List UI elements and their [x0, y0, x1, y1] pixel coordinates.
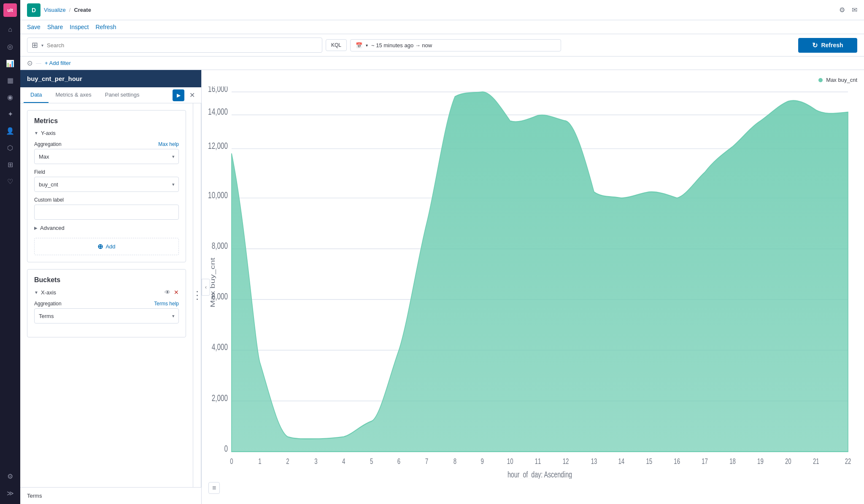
search-dropdown-icon[interactable]: ⊞ [32, 40, 38, 50]
svg-text:13: 13 [591, 456, 597, 465]
close-panel-button[interactable]: ✕ [186, 89, 198, 101]
advanced-chevron: ▶ [34, 226, 38, 230]
buckets-section: Buckets ▼ X-axis 👁 ✕ [27, 269, 186, 337]
add-metric-button[interactable]: ⊕ Add [34, 238, 179, 255]
metrics-title: Metrics [34, 117, 179, 125]
aggregation-label: Aggregation Max help [34, 141, 179, 147]
svg-text:4,000: 4,000 [212, 342, 228, 352]
svg-text:0: 0 [230, 456, 233, 465]
nav-icon-ml[interactable]: ✦ [3, 106, 18, 121]
action-bar: Save Share Inspect Refresh [20, 20, 864, 34]
nav-icon-apm[interactable]: ⬡ [3, 140, 18, 155]
run-button[interactable]: ▶ [173, 89, 184, 101]
nav-icon-security[interactable]: 👤 [3, 123, 18, 138]
nav-icon-discover[interactable]: ◎ [3, 39, 18, 54]
nav-icon-dashboard[interactable]: ▦ [3, 73, 18, 88]
left-navigation: ult ⌂ ◎ 📊 ▦ ◉ ✦ 👤 ⬡ ⊞ ♡ ⚙ ≫ [0, 0, 20, 504]
search-box: ⊞ ▾ [27, 38, 322, 53]
field-row: Field buy_cnt ▾ [34, 169, 179, 192]
dropdown-chevron[interactable]: ▾ [41, 43, 43, 48]
nav-icon-home[interactable]: ⌂ [3, 22, 18, 37]
time-range-selector[interactable]: 📅 ▾ ~ 15 minutes ago → now [350, 39, 561, 51]
yaxis-header[interactable]: ▼ Y-axis [34, 130, 179, 136]
chart-area: Max buy_cnt 0 2,000 4,000 6,000 8,000 10… [202, 70, 864, 504]
panel-tabs: Data Metrics & axes Panel settings ▶ ✕ [20, 87, 201, 103]
inspect-button[interactable]: Inspect [70, 24, 89, 30]
field-select[interactable]: buy_cnt [34, 177, 179, 192]
metrics-section: Metrics ▼ Y-axis Aggregation Max help [27, 110, 186, 262]
chart-bottom-bar: ≡ [208, 479, 857, 497]
svg-text:16: 16 [674, 456, 680, 465]
buckets-aggregation-label: Aggregation Terms help [34, 301, 179, 307]
chart-legend: Max buy_cnt [208, 77, 857, 83]
panel-collapse-handle[interactable]: ‹ [202, 279, 210, 296]
svg-text:22: 22 [845, 456, 851, 465]
chart-options-button[interactable]: ≡ [208, 482, 220, 494]
chart-svg: 0 2,000 4,000 6,000 8,000 10,000 12,000 … [208, 86, 857, 479]
breadcrumb-visualize[interactable]: Visualize [44, 7, 66, 13]
nav-icon-canvas[interactable]: ⊞ [3, 157, 18, 172]
nav-icon-visualize[interactable]: 📊 [3, 56, 18, 71]
add-filter-button[interactable]: + Add filter [45, 60, 71, 66]
svg-text:12,000: 12,000 [208, 140, 228, 151]
svg-text:10,000: 10,000 [208, 190, 228, 200]
advanced-toggle[interactable]: ▶ Advanced [34, 225, 179, 231]
nav-icon-maps[interactable]: ◉ [3, 89, 18, 105]
tab-panel-settings[interactable]: Panel settings [98, 87, 146, 103]
save-button[interactable]: Save [27, 24, 40, 30]
search-input[interactable] [47, 42, 318, 49]
delete-icon[interactable]: ✕ [174, 289, 179, 296]
nav-icon-settings[interactable]: ⚙ [3, 469, 18, 484]
svg-text:Max buy_cnt: Max buy_cnt [210, 258, 217, 307]
aggregation-select-wrapper: Max Min Average Sum Count ▾ [34, 149, 179, 164]
xaxis-header[interactable]: ▼ X-axis [34, 289, 56, 296]
custom-label-row: Custom label [34, 197, 179, 220]
svg-text:2: 2 [286, 456, 289, 465]
advanced-label: Advanced [40, 225, 65, 231]
mail-icon[interactable]: ✉ [852, 6, 857, 14]
user-avatar[interactable]: D [27, 3, 40, 17]
custom-label-input[interactable] [34, 205, 179, 220]
aggregation-help-link[interactable]: Max help [158, 141, 179, 147]
time-range-value: ~ 15 minutes ago → now [371, 42, 432, 49]
xaxis-label: X-axis [41, 289, 56, 296]
buckets-aggregation-help-link[interactable]: Terms help [154, 301, 179, 307]
add-icon: ⊕ [97, 243, 103, 251]
svg-text:15: 15 [646, 456, 652, 465]
dot-2 [197, 295, 198, 296]
tab-data[interactable]: Data [24, 87, 49, 103]
aggregation-row: Aggregation Max help Max Min Average [34, 141, 179, 164]
side-dots-menu[interactable] [193, 103, 201, 487]
aggregation-select[interactable]: Max Min Average Sum Count [34, 149, 179, 164]
svg-text:1: 1 [258, 456, 261, 465]
svg-text:20: 20 [785, 456, 791, 465]
panel-title: buy_cnt_per_hour [20, 70, 201, 87]
tab-metrics-axes[interactable]: Metrics & axes [49, 87, 98, 103]
kql-button[interactable]: KQL [326, 39, 347, 51]
svg-text:16,000: 16,000 [208, 86, 228, 94]
field-label: Field [34, 169, 179, 175]
svg-text:18: 18 [729, 456, 736, 465]
share-button[interactable]: Share [47, 24, 63, 30]
app-logo[interactable]: ult [3, 3, 17, 17]
refresh-button-main[interactable]: ↻ Refresh [798, 38, 857, 53]
svg-text:5: 5 [370, 456, 373, 465]
svg-text:4: 4 [342, 456, 345, 465]
nav-icon-heartbeat[interactable]: ♡ [3, 174, 18, 189]
buckets-title: Buckets [34, 276, 179, 284]
yaxis-subsection: ▼ Y-axis Aggregation Max help [34, 130, 179, 231]
buckets-aggregation-select[interactable]: Terms Date Histogram Histogram Range [34, 308, 179, 323]
main-content: D Visualize / Create ⚙ ✉ Save Share Insp… [20, 0, 864, 504]
svg-text:14: 14 [618, 456, 624, 465]
nav-icon-expand[interactable]: ≫ [3, 485, 18, 501]
field-select-wrapper: buy_cnt ▾ [34, 177, 179, 192]
settings-icon[interactable]: ⚙ [839, 6, 845, 14]
refresh-button-top[interactable]: Refresh [95, 24, 116, 30]
xaxis-chevron: ▼ [34, 290, 38, 295]
content-area: buy_cnt_per_hour Data Metrics & axes Pan… [20, 70, 864, 504]
eye-icon[interactable]: 👁 [165, 289, 170, 296]
top-bar-actions: ⚙ ✉ [839, 6, 857, 14]
svg-text:10: 10 [507, 456, 513, 465]
dot-1 [197, 291, 198, 292]
svg-text:9: 9 [481, 456, 484, 465]
